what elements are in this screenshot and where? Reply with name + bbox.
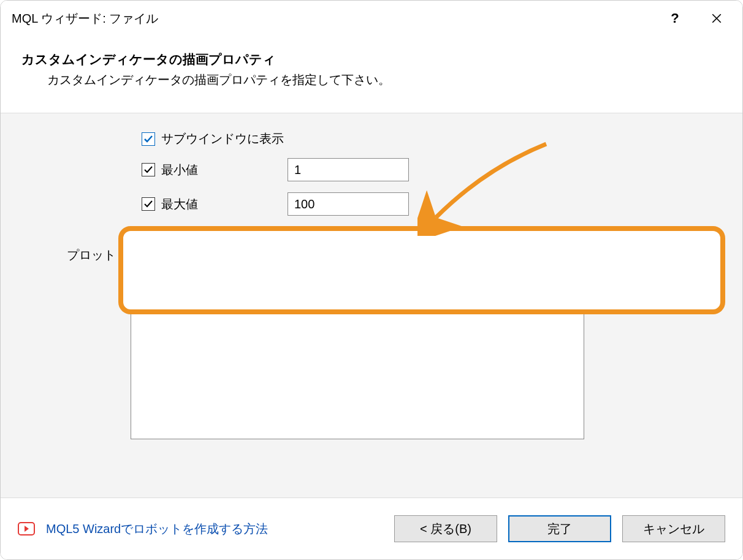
page-subtitle: カスタムインディケータの描画プロパティを指定して下さい。 — [21, 72, 722, 88]
min-input[interactable] — [288, 158, 409, 181]
footer: MQL5 Wizardでロボットを作成する方法 < 戻る(B) 完了 キャンセル — [1, 498, 742, 559]
table-row[interactable]: Label1 Line Red — [131, 263, 584, 289]
wizard-window: MQL ウィザード: ファイル ? カスタムインディケータの描画プロパティ カス… — [0, 0, 743, 560]
col-color[interactable]: カラー — [383, 236, 584, 263]
help-link[interactable]: MQL5 Wizardでロボットを作成する方法 — [46, 521, 268, 537]
col-type[interactable]: タイプ — [251, 236, 383, 263]
window-title: MQL ウィザード: ファイル — [12, 10, 648, 27]
cell-color-name: Red — [407, 269, 430, 282]
body-section: サブウインドウに表示 最小値 最大値 プロット — [1, 113, 742, 498]
titlebar: MQL ウィザード: ファイル ? — [1, 1, 742, 36]
header-section: カスタムインディケータの描画プロパティ カスタムインディケータの描画プロパティを… — [1, 36, 742, 113]
cell-label[interactable]: Label1 — [131, 265, 251, 287]
max-label: 最大値 — [161, 196, 198, 213]
page-title: カスタムインディケータの描画プロパティ — [21, 51, 722, 68]
video-icon[interactable] — [18, 522, 35, 535]
annotation-arrow-icon — [417, 138, 577, 236]
cell-type[interactable]: Line — [251, 265, 383, 287]
subwindow-label: サブウインドウに表示 — [161, 131, 284, 147]
delete-button: 削除 — [590, 274, 707, 301]
add-button[interactable]: 追加 — [590, 236, 707, 263]
plot-button-group: 追加 削除 — [590, 236, 708, 312]
table-header: ラベル タイプ カラー — [131, 236, 584, 263]
back-button[interactable]: < 戻る(B) — [394, 515, 497, 542]
finish-button[interactable]: 完了 — [508, 515, 611, 542]
color-swatch-icon — [390, 271, 402, 283]
plot-table[interactable]: ラベル タイプ カラー Label1 Line Red — [131, 236, 584, 439]
max-input[interactable] — [288, 192, 409, 216]
help-icon[interactable]: ? — [660, 4, 690, 33]
cell-color[interactable]: Red — [383, 265, 584, 287]
col-label[interactable]: ラベル — [131, 236, 251, 263]
plot-section-label: プロット — [67, 247, 116, 263]
subwindow-checkbox[interactable] — [142, 132, 155, 146]
cancel-button[interactable]: キャンセル — [622, 515, 725, 542]
min-checkbox[interactable] — [142, 163, 155, 176]
close-icon[interactable] — [702, 4, 731, 33]
max-checkbox[interactable] — [142, 197, 155, 211]
min-label: 最小値 — [161, 162, 198, 178]
